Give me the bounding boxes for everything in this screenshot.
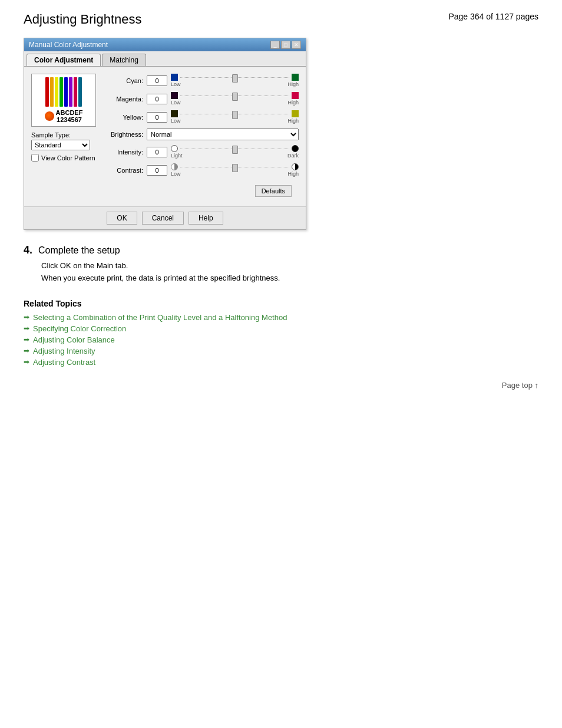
page-header: Adjusting Brightness Page 364 of 1127 pa… bbox=[24, 12, 538, 27]
view-pattern-row: View Color Pattern bbox=[31, 154, 102, 162]
pencil-orange bbox=[50, 77, 54, 107]
link-specifying-color-text: Specifying Color Correction bbox=[33, 324, 126, 333]
yellow-low-label: Low bbox=[171, 118, 181, 124]
link-print-quality-text: Selecting a Combination of the Print Qua… bbox=[33, 313, 287, 322]
pencil-yellow bbox=[55, 77, 58, 107]
link-contrast[interactable]: ➡ Adjusting Contrast bbox=[24, 358, 538, 367]
magenta-track: Low High bbox=[171, 92, 299, 106]
cancel-button[interactable]: Cancel bbox=[142, 212, 184, 225]
arrow-icon-2: ➡ bbox=[24, 324, 29, 332]
contrast-label: Contrast: bbox=[108, 167, 143, 174]
intensity-light-label: Light bbox=[171, 153, 183, 159]
titlebar-buttons: _ □ ✕ bbox=[270, 41, 301, 49]
cyan-input[interactable] bbox=[147, 75, 167, 86]
pencil-purple bbox=[69, 77, 72, 107]
brightness-label: Brightness: bbox=[108, 131, 143, 138]
cyan-row: Cyan: Low High bbox=[108, 74, 299, 87]
magenta-input[interactable] bbox=[147, 94, 167, 104]
yellow-label: Yellow: bbox=[108, 114, 143, 121]
cyan-color-box bbox=[171, 74, 178, 81]
pencil-pink bbox=[74, 77, 77, 107]
contrast-high-label: High bbox=[287, 171, 299, 177]
link-intensity[interactable]: ➡ Adjusting Intensity bbox=[24, 347, 538, 355]
yellow-input[interactable] bbox=[147, 112, 167, 123]
ok-button[interactable]: OK bbox=[107, 212, 137, 225]
cyan-label: Cyan: bbox=[108, 77, 143, 84]
abcdef-icon bbox=[45, 111, 54, 121]
magenta-high-color bbox=[292, 92, 299, 99]
magenta-label: Magenta: bbox=[108, 95, 143, 103]
yellow-row: Yellow: Low High bbox=[108, 110, 299, 124]
help-button[interactable]: Help bbox=[189, 212, 223, 225]
dialog-window: Manual Color Adjustment _ □ ✕ Color Adju… bbox=[24, 38, 306, 230]
page-top-link[interactable]: Page top ↑ bbox=[24, 381, 538, 390]
preview-image: ABCDEF1234567 bbox=[31, 74, 96, 127]
view-pattern-checkbox[interactable] bbox=[31, 154, 39, 162]
maximize-button[interactable]: □ bbox=[281, 41, 290, 49]
yellow-slider-track bbox=[180, 114, 289, 114]
abcdef-row: ABCDEF1234567 bbox=[45, 109, 83, 123]
contrast-high-icon bbox=[292, 163, 299, 170]
cyan-slider-thumb[interactable] bbox=[232, 74, 238, 83]
contrast-low-label: Low bbox=[171, 171, 181, 177]
link-color-balance-text: Adjusting Color Balance bbox=[33, 335, 115, 344]
tab-matching[interactable]: Matching bbox=[102, 54, 146, 66]
pencil-teal bbox=[78, 77, 82, 107]
sliders-area: Cyan: Low High bbox=[108, 74, 299, 182]
link-print-quality[interactable]: ➡ Selecting a Combination of the Print Q… bbox=[24, 313, 538, 322]
contrast-slider-track bbox=[180, 167, 289, 167]
dialog-titlebar: Manual Color Adjustment _ □ ✕ bbox=[24, 38, 306, 51]
sample-type-label: Sample Type: bbox=[31, 131, 102, 139]
minimize-button[interactable]: _ bbox=[270, 41, 280, 49]
step-header: 4. Complete the setup bbox=[24, 244, 538, 256]
step-4-section: 4. Complete the setup Click OK on the Ma… bbox=[24, 244, 538, 285]
intensity-label: Intensity: bbox=[108, 149, 143, 156]
contrast-row: Contrast: Low High bbox=[108, 163, 299, 177]
yellow-slider-thumb[interactable] bbox=[232, 111, 238, 119]
defaults-button[interactable]: Defaults bbox=[255, 185, 292, 197]
magenta-slider-thumb[interactable] bbox=[232, 93, 238, 101]
intensity-input[interactable] bbox=[147, 147, 167, 157]
intensity-track: Light Dark bbox=[171, 145, 299, 159]
pencil-blue bbox=[64, 77, 68, 107]
page-top-text: Page top ↑ bbox=[502, 381, 538, 390]
page-number: Page 364 of 1127 pages bbox=[448, 12, 538, 21]
magenta-row: Magenta: Low High bbox=[108, 92, 299, 106]
pencil-green bbox=[59, 77, 63, 107]
contrast-low-icon bbox=[171, 163, 178, 170]
tab-color-adjustment[interactable]: Color Adjustment bbox=[27, 54, 101, 66]
intensity-dark-label: Dark bbox=[287, 153, 299, 159]
arrow-icon-4: ➡ bbox=[24, 347, 29, 355]
intensity-slider-thumb[interactable] bbox=[232, 146, 238, 154]
contrast-slider-thumb[interactable] bbox=[232, 164, 238, 172]
magenta-low-color bbox=[171, 92, 178, 99]
brightness-select[interactable]: Normal Bright Dark bbox=[147, 129, 299, 140]
pencil-red bbox=[45, 77, 49, 107]
link-specifying-color[interactable]: ➡ Specifying Color Correction bbox=[24, 324, 538, 333]
cyan-low-label: Low bbox=[171, 81, 181, 87]
page-title: Adjusting Brightness bbox=[24, 12, 142, 27]
view-pattern-label: View Color Pattern bbox=[41, 154, 95, 162]
dialog-body: ABCDEF1234567 Sample Type: Standard Port… bbox=[24, 67, 306, 206]
sample-type-select[interactable]: Standard Portrait bbox=[31, 140, 90, 150]
link-intensity-text: Adjusting Intensity bbox=[33, 347, 95, 355]
magenta-low-label: Low bbox=[171, 100, 181, 106]
contrast-input[interactable] bbox=[147, 165, 167, 176]
close-button[interactable]: ✕ bbox=[292, 41, 301, 49]
step-title: Complete the setup bbox=[38, 245, 120, 256]
contrast-track: Low High bbox=[171, 163, 299, 177]
yellow-high-color bbox=[292, 110, 299, 117]
cyan-high-color bbox=[292, 74, 299, 81]
arrow-icon-1: ➡ bbox=[24, 313, 29, 321]
link-color-balance[interactable]: ➡ Adjusting Color Balance bbox=[24, 335, 538, 344]
cyan-high-label: High bbox=[287, 81, 299, 87]
arrow-icon-3: ➡ bbox=[24, 335, 29, 344]
step-instruction-2: When you execute print, the data is prin… bbox=[41, 272, 538, 285]
abcdef-text: ABCDEF1234567 bbox=[56, 109, 83, 123]
cyan-slider-track bbox=[180, 77, 289, 78]
yellow-low-color bbox=[171, 110, 178, 117]
preview-area: ABCDEF1234567 Sample Type: Standard Port… bbox=[31, 74, 102, 182]
dialog-footer: Defaults bbox=[31, 182, 299, 199]
intensity-light-icon bbox=[171, 145, 178, 152]
cyan-track: Low High bbox=[171, 74, 299, 87]
